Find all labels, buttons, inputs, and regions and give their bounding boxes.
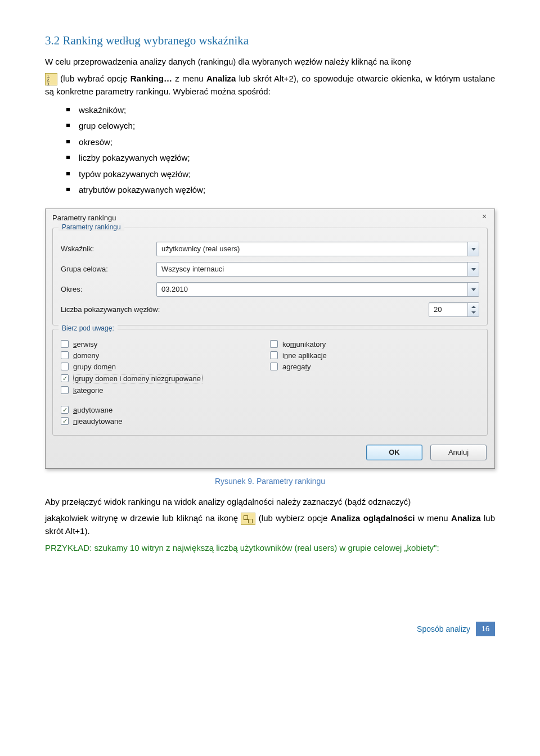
chevron-down-icon[interactable] [467, 262, 479, 276]
section-heading: 3.2 Ranking według wybranego wskaźnika [45, 34, 495, 48]
list-item: atrybutów pokazywanych węzłów; [79, 182, 495, 198]
intro-para-2: 1.2.3. (lub wybrać opcję Ranking… z menu… [45, 73, 495, 98]
close-icon[interactable]: × [480, 212, 489, 221]
post-para-2: jakąkolwiek witrynę w drzewie lub klikną… [45, 512, 495, 537]
footer-section-name: Sposób analizy [417, 624, 470, 633]
checkbox-komunikatory[interactable]: komunikatory [270, 340, 479, 348]
checkbox-nieaudytowane[interactable]: ✓ nieaudytowane [61, 417, 479, 425]
node-count-stepper[interactable]: 20 [429, 302, 479, 317]
checkbox-inne-aplikacje[interactable]: inne aplikacje [270, 351, 479, 360]
target-group-label: Grupa celowa: [61, 265, 156, 273]
list-item: okresów; [79, 134, 495, 151]
checkbox-icon: ✓ [61, 417, 69, 425]
page-number: 16 [476, 622, 495, 636]
groupbox-legend: Parametry rankingu [58, 223, 124, 231]
chevron-down-icon[interactable] [467, 242, 479, 256]
checkbox-kategorie[interactable]: kategorie [61, 386, 270, 395]
node-count-label: Liczba pokazywanych węzłów: [61, 305, 429, 314]
checkbox-grupy-domen[interactable]: grupy domen [61, 363, 270, 371]
checkbox-icon: ✓ [61, 406, 69, 414]
checkbox-icon [270, 340, 278, 348]
tree-view-icon [241, 513, 255, 525]
list-item: wskaźników; [79, 102, 495, 119]
checkbox-agregaty[interactable]: agregaty [270, 363, 479, 371]
consider-groupbox: Bierz pod uwagę: serwisy domeny [52, 329, 488, 436]
parameter-list: wskaźników; grup celowych; okresów; licz… [45, 102, 495, 198]
indicator-label: Wskaźnik: [61, 245, 156, 253]
figure-caption: Rysunek 9. Parametry rankingu [45, 477, 495, 486]
checkbox-icon: ✓ [61, 374, 69, 382]
checkbox-icon [270, 363, 278, 370]
list-item: typów pokazywanych węzłów; [79, 166, 495, 183]
groupbox-legend: Bierz pod uwagę: [58, 324, 118, 332]
target-group-select[interactable]: Wszyscy internauci [156, 262, 479, 277]
post-para-1: Aby przełączyć widok rankingu na widok a… [45, 496, 495, 508]
checkbox-icon [61, 351, 69, 359]
checkbox-icon [61, 340, 69, 348]
ranking-list-icon: 1.2.3. [45, 73, 57, 85]
checkbox-grupy-domen-niezgrupowane[interactable]: ✓ grupy domen i domeny niezgrupowane [61, 374, 270, 383]
spinner-icon[interactable] [467, 303, 479, 316]
ranking-parameters-dialog: Parametry rankingu × Parametry rankingu … [45, 209, 495, 469]
list-item: liczby pokazywanych węzłów; [79, 150, 495, 166]
dialog-title: Parametry rankingu × [46, 209, 494, 224]
checkbox-domeny[interactable]: domeny [61, 351, 270, 360]
cancel-button[interactable]: Anuluj [430, 445, 487, 460]
intro-para-1: W celu przeprowadzenia analizy danych (r… [45, 56, 495, 68]
checkbox-audytowane[interactable]: ✓ audytowane [61, 406, 479, 414]
ok-button[interactable]: OK [366, 445, 422, 460]
example-text: PRZYKŁAD: szukamy 10 witryn z największą… [45, 542, 495, 554]
period-label: Okres: [61, 285, 156, 293]
page-footer: Sposób analizy 16 [45, 622, 495, 636]
parameters-groupbox: Parametry rankingu Wskaźnik: użytkownicy… [52, 228, 488, 325]
indicator-select[interactable]: użytkownicy (real users) [156, 242, 479, 256]
checkbox-icon [270, 351, 278, 359]
chevron-down-icon[interactable] [467, 283, 479, 296]
checkbox-icon [61, 363, 69, 370]
checkbox-icon [61, 386, 69, 394]
period-select[interactable]: 03.2010 [156, 282, 479, 297]
checkbox-serwisy[interactable]: serwisy [61, 340, 270, 348]
list-item: grup celowych; [79, 118, 495, 134]
